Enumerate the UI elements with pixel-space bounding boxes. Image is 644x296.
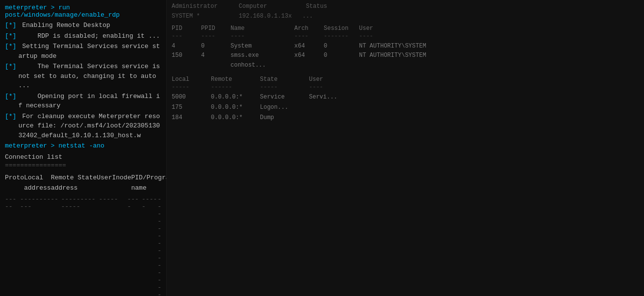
info-line: [*] RDP is disabled; enabling it ... (5, 31, 161, 41)
prompt-line-2: meterpreter > netstat -ano (5, 142, 161, 149)
right-panel-header: Administrator Computer Status (172, 3, 639, 10)
section-underline: ================ (5, 162, 161, 169)
section-title: Connection list (5, 153, 161, 161)
right-row: conhost... (172, 61, 639, 70)
info-lines: [*] Enabling Remote Desktop[*] RDP is di… (5, 21, 161, 140)
info-line: [*] The Terminal Services service is not… (5, 62, 161, 91)
right-netstat-area: Local Remote State User ----- ------ ---… (172, 76, 639, 123)
table-dividers: ----- ------------- -------------- -----… (5, 196, 161, 296)
info-line: [*] Opening port in local firewall if ne… (5, 92, 161, 111)
info-line: [*] Enabling Remote Desktop (5, 21, 161, 30)
right-netstat-row: 175 0.0.0.0:* Logon... (172, 103, 639, 112)
right-row: 4 0 System x64 0 NT AUTHORITY\SYSTEM (172, 42, 639, 51)
table-header: Proto Local address Remote address State… (5, 173, 161, 194)
terminal-right-panel: Administrator Computer Status SYSTEM * 1… (167, 0, 644, 296)
info-line: [*] Setting Terminal Services service st… (5, 42, 161, 61)
right-netstat-row: 184 0.0.0.0:* Dump (172, 113, 639, 123)
terminal-left-panel: meterpreter > run post/windows/manage/en… (0, 0, 167, 296)
right-process-header-area: PID PPID Name Arch Session User --- ----… (172, 25, 639, 123)
info-line: [*] For cleanup execute Meterpreter reso… (5, 112, 161, 141)
right-row: 150 4 smss.exe x64 0 NT AUTHORITY\SYSTEM (172, 51, 639, 60)
prompt-line-1: meterpreter > run post/windows/manage/en… (5, 4, 161, 19)
right-netstat-row: 5000 0.0.0.0:* Service Servi... (172, 93, 639, 102)
